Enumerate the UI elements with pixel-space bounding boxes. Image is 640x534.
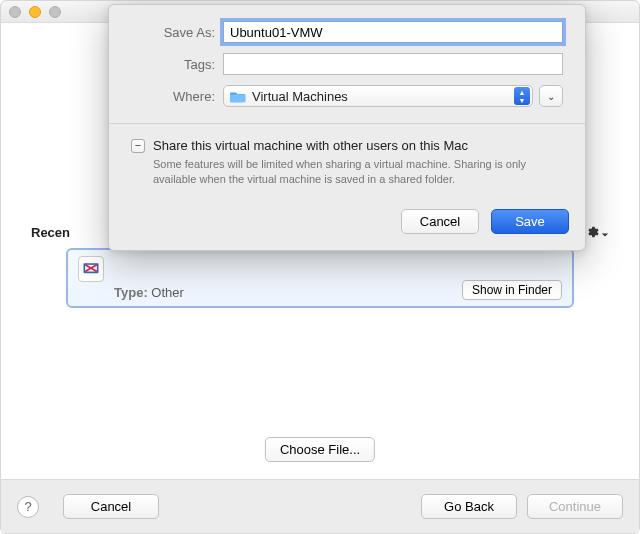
chevron-down-icon: ⌄ xyxy=(547,91,555,102)
save-as-input[interactable] xyxy=(223,21,563,43)
save-form: Save As: Tags: Where: Virtual Machines xyxy=(109,5,585,123)
choose-file-button[interactable]: Choose File... xyxy=(265,437,375,462)
save-as-label: Save As: xyxy=(131,25,223,40)
expand-save-panel-button[interactable]: ⌄ xyxy=(539,85,563,107)
recent-item-card[interactable]: Type: Other Show in Finder xyxy=(66,248,574,308)
share-vm-checkbox[interactable]: − xyxy=(131,139,145,153)
vm-icon xyxy=(78,256,104,282)
share-vm-label: Share this virtual machine with other us… xyxy=(153,138,468,153)
close-window-button[interactable] xyxy=(9,6,21,18)
gear-icon xyxy=(585,225,599,242)
recent-heading: Recen xyxy=(31,225,70,240)
go-back-button[interactable]: Go Back xyxy=(421,494,517,519)
show-in-finder-button[interactable]: Show in Finder xyxy=(462,280,562,300)
tags-input[interactable] xyxy=(223,53,563,75)
where-label: Where: xyxy=(131,89,223,104)
gear-menu-button[interactable] xyxy=(585,225,609,242)
where-selected-value: Virtual Machines xyxy=(252,89,508,104)
cancel-button[interactable]: Cancel xyxy=(63,494,159,519)
select-chevrons-icon: ▲▼ xyxy=(514,87,530,105)
continue-button: Continue xyxy=(527,494,623,519)
tags-label: Tags: xyxy=(131,57,223,72)
sheet-footer: Cancel Save xyxy=(109,201,585,250)
zoom-window-button[interactable] xyxy=(49,6,61,18)
minimize-window-button[interactable] xyxy=(29,6,41,18)
item-type-value: Other xyxy=(151,285,184,300)
item-type-label: Type: xyxy=(114,285,148,300)
share-vm-description: Some features will be limited when shari… xyxy=(153,157,563,187)
sheet-cancel-button[interactable]: Cancel xyxy=(401,209,479,234)
item-type-line: Type: Other xyxy=(114,285,452,300)
folder-icon xyxy=(230,90,246,103)
share-block: − Share this virtual machine with other … xyxy=(109,124,585,201)
chevron-down-icon xyxy=(601,226,609,242)
help-button[interactable]: ? xyxy=(17,496,39,518)
footer: ? Cancel Go Back Continue xyxy=(1,479,639,533)
sheet-save-button[interactable]: Save xyxy=(491,209,569,234)
traffic-lights xyxy=(9,6,61,18)
where-select[interactable]: Virtual Machines ▲▼ xyxy=(223,85,533,107)
save-sheet: Save As: Tags: Where: Virtual Machines xyxy=(108,4,586,251)
